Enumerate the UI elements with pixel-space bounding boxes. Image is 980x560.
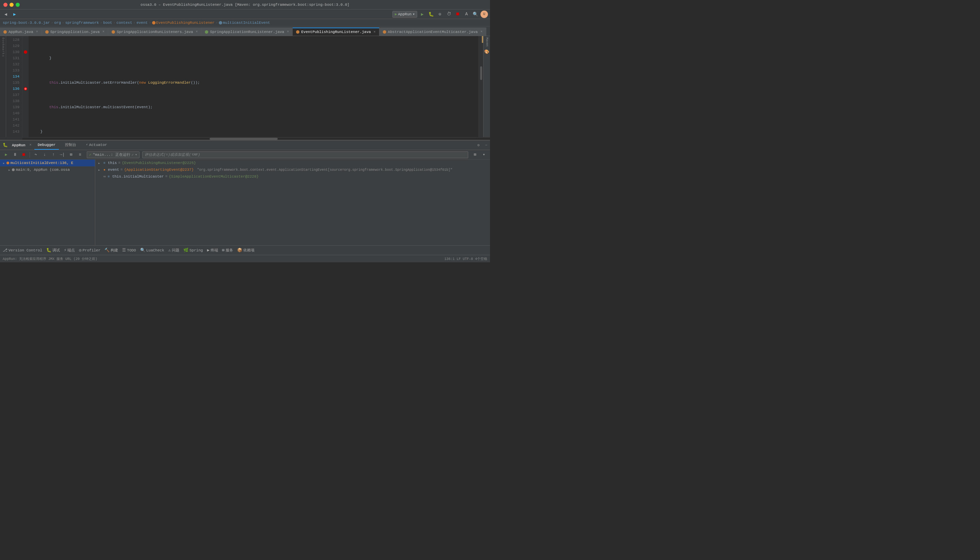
nav-forward-button[interactable]: ▶ <box>11 10 18 18</box>
debug-resume-button[interactable]: ▶ <box>2 151 10 158</box>
debug-stepout-button[interactable]: ↑ <box>49 151 58 158</box>
profiler-label: Profiler <box>83 248 101 252</box>
breakpoint-130[interactable] <box>24 50 27 54</box>
debug-minimize-button[interactable]: − <box>485 143 487 147</box>
breadcrumb-event[interactable]: event <box>137 21 148 25</box>
line-num-139: 139 <box>6 104 19 110</box>
breadcrumb-method[interactable]: multicastInitialEvent <box>219 21 270 25</box>
horizontal-scrollbar[interactable] <box>0 137 490 140</box>
maximize-button[interactable] <box>16 3 20 7</box>
close-button[interactable] <box>3 3 7 7</box>
line-num-142: 142 <box>6 122 19 128</box>
tabs-overflow-button[interactable]: ⋮ <box>486 31 490 36</box>
debug-bottom-icon: 🐛 <box>46 248 52 253</box>
stop-button[interactable]: ⏹ <box>454 10 462 18</box>
version-control-button[interactable]: ⎇ Version Control <box>3 248 42 253</box>
build-icon: 🔨 <box>105 248 110 253</box>
dependencies-icon: 📦 <box>237 248 242 253</box>
var-this-type-icon: ≡ <box>103 161 105 165</box>
palette-icon[interactable]: 🎨 <box>484 49 489 55</box>
avatar-button[interactable]: U <box>480 10 488 18</box>
debug-stepover-button[interactable]: ↷ <box>32 151 40 158</box>
debug-stop-button[interactable]: ⏹ <box>20 151 28 158</box>
translate-button[interactable]: A <box>463 10 470 18</box>
java-file-icon <box>112 30 115 34</box>
todo-button[interactable]: ☰ TODO <box>122 248 136 253</box>
breadcrumb-boot[interactable]: boot <box>103 21 112 25</box>
var-item-this[interactable]: ▸ ≡ this = {EventPublishingRunListener@2… <box>95 160 490 167</box>
debug-pause-button[interactable]: ⏸ <box>11 151 19 158</box>
luacheck-button[interactable]: 🔍 LuaCheck <box>140 248 164 253</box>
coverage-button[interactable]: ⊙ <box>436 10 444 18</box>
code-editor[interactable]: } this.initialMulticaster.setErrorHandle… <box>28 36 478 137</box>
profile-button[interactable]: ⏱ <box>445 10 453 18</box>
profiler-button[interactable]: ◎ Profiler <box>79 248 100 253</box>
debug-evaluate-button[interactable]: ⊞ <box>67 151 75 158</box>
debug-settings-button[interactable]: ⚙ <box>477 143 480 147</box>
tab-abstractappeventmulticaster-close[interactable]: × <box>480 30 483 34</box>
tab-springapplication[interactable]: SpringApplication.java × <box>42 28 108 36</box>
method-icon <box>219 21 222 25</box>
debug-expand-button[interactable]: ⊞ <box>471 151 479 158</box>
debug-stepinto-button[interactable]: ↓ <box>40 151 49 158</box>
frame-item-1[interactable]: ▸ multicastInitialEvent:136, E <box>0 160 95 167</box>
tab-springapprunlistener[interactable]: SpringApplicationRunListener.java × <box>202 28 293 36</box>
var-this-expand[interactable]: ▸ <box>98 161 102 165</box>
tab-springapprunlisteners[interactable]: SpringApplicationRunListeners.java × <box>108 28 202 36</box>
tab-apprun-close[interactable]: × <box>36 30 38 34</box>
tab-springapprunlisteners-label: SpringApplicationRunListeners.java <box>117 30 193 34</box>
debug-tab-actuator[interactable]: ⚡ Actuator <box>82 141 110 150</box>
tab-springapprunlisteners-close[interactable]: × <box>196 30 198 34</box>
terminal-button[interactable]: ▶ 终端 <box>207 248 218 253</box>
horizontal-scrollbar-thumb[interactable] <box>210 138 278 140</box>
var-item-event[interactable]: ▸ ● event = {ApplicationStartingEvent@22… <box>95 167 490 173</box>
maven-icon[interactable]: Maven <box>485 37 488 47</box>
tab-eventpublishingrunlistener[interactable]: EventPublishingRunListener.java × <box>293 28 379 36</box>
breadcrumb-class[interactable]: EventPublishingRunListener <box>152 21 215 25</box>
debug-runtocursor-button[interactable]: →| <box>58 151 67 158</box>
build-button[interactable]: 🔨 构建 <box>105 248 118 253</box>
breadcrumb-context[interactable]: context <box>117 21 132 25</box>
tab-springapprunlistener-close[interactable]: × <box>287 30 289 34</box>
debug-tabs-bar: 🐛 AppRun × Debugger 控制台 ⚡ Actuator ⚙ − <box>0 140 490 150</box>
debug-run-button[interactable]: 🐛 <box>427 10 435 18</box>
services-button[interactable]: ⊞ 服务 <box>222 248 233 253</box>
frame-method-1: multicastInitialEvent:136, E <box>10 161 73 165</box>
scrollbar-thumb[interactable] <box>480 66 482 80</box>
tab-springapplication-label: SpringApplication.java <box>50 30 100 34</box>
tab-eventpublishingrunlistener-close[interactable]: × <box>373 30 376 34</box>
breadcrumb-org[interactable]: org <box>54 21 61 25</box>
filter-dropdown-arrow[interactable]: ▾ <box>135 152 137 157</box>
spring-button[interactable]: 🌿 Spring <box>183 248 203 253</box>
code-line-130: this.initialMulticaster.multicastEvent(e… <box>28 104 478 110</box>
breakpoint-136-active[interactable] <box>24 87 27 90</box>
tab-apprun[interactable]: AppRun.java × <box>0 28 42 36</box>
debug-tab-debugger[interactable]: Debugger <box>34 141 59 150</box>
problems-button[interactable]: ⚠ 问题 <box>168 248 179 253</box>
debug-bottom-button[interactable]: 🐛 调试 <box>46 248 60 253</box>
var-item-initialMulticaster[interactable]: ∞ ≡ this.initialMulticaster = {SimpleApp… <box>101 173 490 180</box>
breadcrumb-jar[interactable]: spring-boot-3.0.0.jar <box>3 21 50 25</box>
editor-mini-scrollbar[interactable] <box>478 36 483 137</box>
run-config-button[interactable]: ▶ AppRun ▾ <box>392 11 417 18</box>
nav-back-button[interactable]: ◀ <box>2 10 10 18</box>
var-event-expand[interactable]: ▸ <box>98 168 102 172</box>
tab-springapplication-close[interactable]: × <box>102 30 105 34</box>
debug-panel: 🐛 AppRun × Debugger 控制台 ⚡ Actuator ⚙ − ▶… <box>0 140 490 245</box>
breadcrumb-springframework[interactable]: springframework <box>65 21 99 25</box>
eval-expression-input[interactable]: 评估表达式(=)或添加监视(⌥⌘F) <box>142 152 468 158</box>
tab-abstractappeventmulticaster-label: AbstractApplicationEventMulticaster.java <box>388 30 478 34</box>
minimize-button[interactable] <box>10 3 13 7</box>
debug-collapse-button[interactable]: ▾ <box>480 151 488 158</box>
run-button[interactable]: ▶ <box>418 10 426 18</box>
var-multicaster-name: this.initialMulticaster <box>112 175 164 178</box>
debug-apprun-close[interactable]: × <box>30 143 32 147</box>
var-multicaster-expand[interactable]: ∞ <box>103 175 106 178</box>
endpoints-button[interactable]: ⚡ 端点 <box>64 248 75 253</box>
search-button[interactable]: 🔍 <box>472 10 479 18</box>
frame-item-2[interactable]: ▸ main:9, AppRun (com.ossa <box>5 167 95 173</box>
debug-tab-console[interactable]: 控制台 <box>62 141 80 150</box>
dependencies-button[interactable]: 📦 依赖项 <box>237 248 255 253</box>
debug-frames-button[interactable]: ≡ <box>76 151 84 158</box>
tab-abstractappeventmulticaster[interactable]: AbstractApplicationEventMulticaster.java… <box>379 28 486 36</box>
